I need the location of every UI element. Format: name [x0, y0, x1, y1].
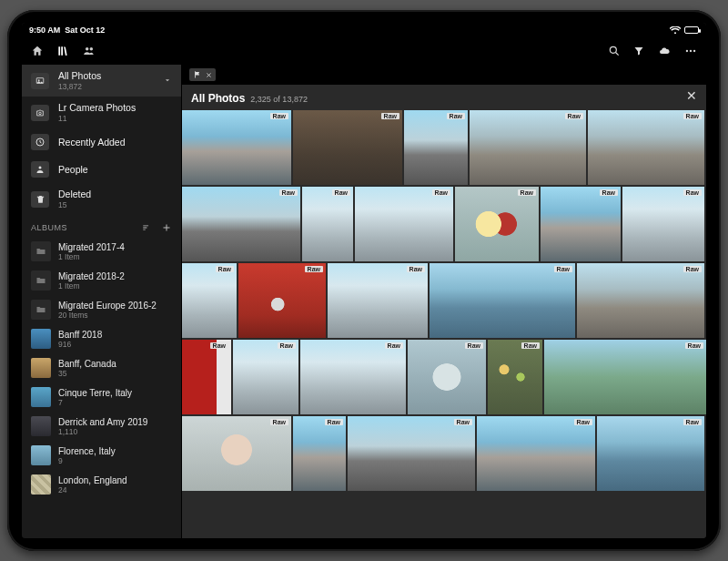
album-item[interactable]: Banff, Canada35: [22, 353, 181, 382]
raw-badge: Raw: [518, 189, 536, 196]
raw-badge: Raw: [381, 113, 399, 119]
album-thumbnail: [31, 445, 51, 465]
album-thumbnail: [31, 416, 51, 436]
photo-thumbnail[interactable]: Raw: [477, 416, 595, 491]
people-nav-icon[interactable]: [82, 45, 96, 57]
album-item[interactable]: Florence, Italy9: [22, 441, 181, 470]
home-icon[interactable]: [31, 45, 44, 57]
raw-badge: Raw: [454, 419, 472, 425]
album-name: Banff 2018: [58, 330, 172, 340]
album-item[interactable]: Migrated Europe 2016-220 Items: [22, 295, 181, 324]
photo-thumbnail[interactable]: Raw: [182, 263, 237, 338]
photo-thumbnail[interactable]: Raw: [238, 263, 326, 338]
library-item-lr-camera-photos[interactable]: Lr Camera Photos11: [22, 97, 181, 128]
photo-thumbnail[interactable]: Raw: [588, 110, 704, 185]
photo-thumbnail[interactable]: Raw: [293, 416, 346, 491]
album-name: Migrated Europe 2016-2: [58, 301, 172, 311]
photo-thumbnail[interactable]: Raw: [455, 187, 539, 261]
library-item-recently-added[interactable]: Recently Added: [22, 128, 181, 156]
sort-icon[interactable]: [141, 222, 152, 233]
svg-point-10: [39, 167, 42, 169]
library-icon[interactable]: [56, 45, 69, 57]
album-name: Cinque Terre, Italy: [58, 388, 172, 398]
photo-thumbnail[interactable]: Raw: [328, 263, 428, 338]
library-item-people[interactable]: People: [22, 156, 181, 183]
raw-badge: Raw: [683, 419, 702, 425]
filter-chip-flag[interactable]: [189, 68, 216, 81]
svg-point-4: [690, 50, 692, 52]
album-count: 24: [58, 485, 172, 495]
raw-badge: Raw: [325, 419, 343, 425]
album-item[interactable]: Migrated 2018-21 Item: [22, 266, 181, 295]
more-icon[interactable]: [684, 45, 697, 57]
raw-badge: Raw: [432, 189, 450, 196]
library-item-name: All Photos: [58, 70, 154, 81]
library-item-deleted[interactable]: Deleted15: [22, 183, 181, 215]
raw-badge: Raw: [683, 113, 702, 119]
photo-thumbnail[interactable]: Raw: [622, 187, 704, 261]
status-time: 9:50 AM: [29, 26, 60, 35]
album-count: 35: [58, 369, 172, 378]
search-icon[interactable]: [608, 45, 621, 57]
filter-bar: [182, 65, 706, 85]
library-item-all-photos[interactable]: All Photos13,872: [22, 65, 181, 97]
filter-icon[interactable]: [633, 45, 644, 57]
library-item-count: 11: [58, 114, 172, 123]
main-panel: ✕ All Photos 2,325 of 13,872 RawRawRawRa…: [182, 65, 706, 538]
album-item[interactable]: Derrick and Amy 20191,110: [22, 412, 181, 441]
close-panel-icon[interactable]: ✕: [686, 88, 697, 103]
photo-thumbnail[interactable]: Raw: [300, 340, 406, 414]
album-item[interactable]: Banff 2018916: [22, 324, 181, 353]
raw-badge: Raw: [683, 266, 702, 272]
raw-badge: Raw: [216, 266, 234, 272]
album-count: 916: [58, 340, 172, 349]
album-item[interactable]: Cinque Terre, Italy7: [22, 382, 181, 412]
photo-thumbnail[interactable]: Raw: [541, 187, 621, 261]
album-name: Florence, Italy: [58, 446, 172, 456]
photo-thumbnail[interactable]: Raw: [577, 263, 704, 338]
photo-thumbnail[interactable]: Raw: [302, 187, 353, 261]
album-item[interactable]: Migrated 2017-41 Item: [22, 237, 181, 266]
trash-icon: [31, 191, 49, 208]
album-name: Migrated 2017-4: [58, 242, 172, 252]
cloud-icon[interactable]: [657, 46, 672, 56]
status-bar: 9:50 AM Sat Oct 12: [22, 23, 706, 37]
app-toolbar: [22, 37, 706, 65]
photo-thumbnail[interactable]: Raw: [544, 340, 706, 414]
library-item-name: Recently Added: [58, 137, 172, 148]
library-item-count: 13,872: [58, 82, 154, 91]
album-thumbnail: [31, 358, 51, 378]
photo-thumbnail[interactable]: Raw: [404, 110, 468, 185]
photo-thumbnail[interactable]: Raw: [597, 416, 704, 491]
album-name: Banff, Canada: [58, 359, 172, 369]
raw-badge: Raw: [465, 342, 483, 349]
photo-thumbnail[interactable]: Raw: [488, 340, 542, 414]
photo-thumbnail[interactable]: Raw: [182, 187, 300, 261]
photo-thumbnail[interactable]: Raw: [182, 340, 231, 414]
raw-badge: Raw: [600, 189, 618, 196]
chevron-down-icon: [163, 76, 172, 87]
library-item-count: 15: [58, 200, 172, 209]
photo-thumbnail[interactable]: Raw: [430, 263, 575, 338]
album-count: 7: [58, 398, 172, 407]
photo-thumbnail[interactable]: Raw: [470, 110, 586, 185]
photo-thumbnail[interactable]: Raw: [293, 110, 402, 185]
raw-badge: Raw: [407, 266, 425, 272]
wifi-icon: [670, 26, 681, 35]
photo-thumbnail[interactable]: Raw: [348, 416, 475, 491]
album-count: 1 Item: [58, 281, 172, 291]
raw-badge: Raw: [685, 342, 703, 349]
photo-thumbnail[interactable]: Raw: [408, 340, 486, 414]
photo-thumbnail[interactable]: Raw: [355, 187, 453, 261]
camera-icon: [31, 105, 49, 121]
svg-point-2: [610, 46, 616, 53]
photo-grid[interactable]: RawRawRawRawRawRawRawRawRawRawRawRawRawR…: [182, 110, 706, 538]
person-icon: [31, 161, 49, 178]
photo-thumbnail[interactable]: Raw: [233, 340, 298, 414]
folder-icon: [31, 241, 51, 261]
album-item[interactable]: London, England24: [22, 470, 181, 499]
add-album-icon[interactable]: [161, 222, 172, 233]
library-item-name: Deleted: [58, 189, 172, 199]
photo-thumbnail[interactable]: Raw: [182, 110, 291, 185]
photo-thumbnail[interactable]: Raw: [182, 416, 291, 491]
